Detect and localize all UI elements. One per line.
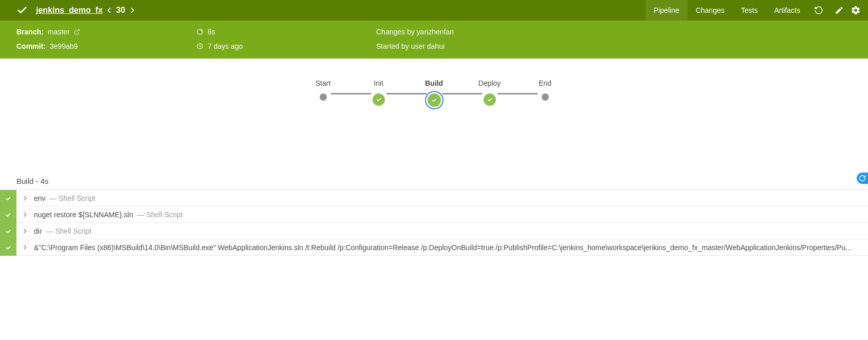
step-status-icon <box>0 206 16 223</box>
duration-value: 8s <box>208 28 215 36</box>
chevron-right-icon <box>16 212 33 218</box>
step-status-icon <box>0 190 16 206</box>
stage-node-success <box>484 93 496 106</box>
prev-run-button[interactable] <box>106 7 113 14</box>
time-ago: 7 days ago <box>208 42 243 50</box>
next-run-button[interactable] <box>128 7 136 14</box>
edit-button[interactable] <box>829 0 849 21</box>
tab-changes-label: Changes <box>696 6 725 14</box>
tab-pipeline-label: Pipeline <box>654 6 679 14</box>
chevron-right-icon <box>16 228 33 234</box>
stage-init[interactable]: Init <box>371 79 386 106</box>
step-list: env — Shell Script nuget restore ${SLNNA… <box>0 190 868 256</box>
stage-label: End <box>539 79 551 88</box>
step-row[interactable]: dir — Shell Script <box>0 223 868 239</box>
tab-tests-label: Tests <box>741 6 758 14</box>
project-title[interactable]: jenkins_demo_fx <box>36 6 103 15</box>
tab-changes[interactable]: Changes <box>688 0 733 21</box>
stage-node-terminal <box>320 93 327 101</box>
commit-label: Commit: <box>16 42 46 50</box>
rerun-button[interactable] <box>808 0 829 21</box>
step-row[interactable]: env — Shell Script <box>0 190 868 206</box>
stage-end[interactable]: End <box>538 79 553 101</box>
auto-refresh-badge[interactable] <box>857 173 868 184</box>
started-by: Started by user dahui <box>376 42 445 50</box>
clock-icon <box>196 43 204 50</box>
stage-label: Init <box>374 79 383 88</box>
step-row[interactable]: &"C:\Program Files (x86)\MSBuild\14.0\Bi… <box>0 239 868 256</box>
stage-label: Deploy <box>478 79 501 88</box>
branch-label: Branch: <box>16 28 44 36</box>
stage-build[interactable]: Build <box>427 79 442 107</box>
step-status-icon <box>0 239 16 256</box>
stage-label: Build <box>425 79 443 88</box>
stage-deploy[interactable]: Deploy <box>482 79 497 106</box>
step-text: env — Shell Script <box>33 194 868 202</box>
step-text: nuget restore ${SLNNAME}.sln — Shell Scr… <box>33 211 868 219</box>
header-top: jenkins_demo_fx 30 Pipeline Changes Test… <box>0 0 868 21</box>
chevron-right-icon <box>16 244 33 251</box>
stage-node-success <box>373 93 385 106</box>
branch-value[interactable]: master <box>48 28 70 36</box>
tab-pipeline[interactable]: Pipeline <box>645 0 688 21</box>
svg-line-0 <box>77 30 80 33</box>
tab-artifacts-label: Artifacts <box>774 6 800 14</box>
step-row[interactable]: nuget restore ${SLNNAME}.sln — Shell Scr… <box>0 206 868 223</box>
step-text: dir — Shell Script <box>33 227 868 235</box>
chevron-right-icon <box>16 195 33 201</box>
external-link-icon[interactable] <box>74 29 80 35</box>
header-sub: Branch: master 8s Changes by yanzhenfan … <box>0 21 868 59</box>
connector <box>497 93 538 95</box>
stage-label: Start <box>316 79 331 88</box>
connector <box>442 93 482 95</box>
changes-by: Changes by yanzhenfan <box>376 28 454 36</box>
stage-node-selected <box>428 93 441 107</box>
stage-node-terminal <box>542 93 549 101</box>
stage-detail-title: Build - 4s <box>0 174 868 190</box>
step-status-icon <box>0 223 16 239</box>
tab-artifacts[interactable]: Artifacts <box>766 0 808 21</box>
tab-tests[interactable]: Tests <box>733 0 766 21</box>
settings-button[interactable] <box>849 0 862 21</box>
duration-icon <box>196 28 204 35</box>
pipeline-graph: Start Init Build Deploy End <box>0 59 868 174</box>
step-text: &"C:\Program Files (x86)\MSBuild\14.0\Bi… <box>33 243 868 252</box>
run-number: 30 <box>116 6 125 15</box>
run-status-icon <box>16 5 28 16</box>
commit-value: 3e99ab9 <box>50 42 78 50</box>
connector <box>331 93 371 95</box>
connector <box>386 93 427 95</box>
stage-start[interactable]: Start <box>316 79 331 101</box>
